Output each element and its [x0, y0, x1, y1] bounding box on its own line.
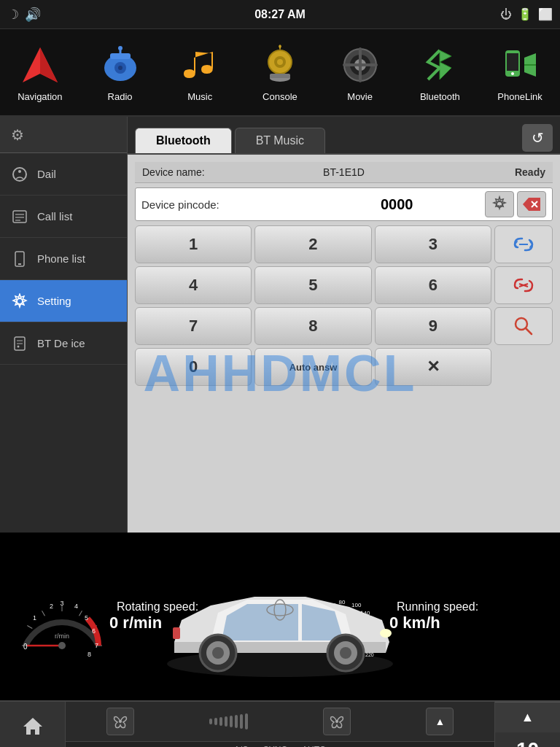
- nav-label-phonelink: PhoneLink: [497, 91, 542, 102]
- pincode-value: 0000: [312, 196, 483, 213]
- device-name-row: Device name: BT-1E1D Ready: [135, 162, 553, 183]
- auto-answer-button[interactable]: Auto answ: [254, 348, 371, 386]
- svg-point-24: [18, 170, 21, 173]
- sidebar-label-dial: Dail: [37, 168, 56, 180]
- svg-text:7: 7: [95, 642, 98, 649]
- cancel-button[interactable]: ✕: [375, 348, 491, 386]
- tabs-bar: Bluetooth BT Music ↺: [128, 117, 560, 155]
- bottom-right-temp: ▲ 10 ▼: [494, 702, 560, 747]
- num-btn-4[interactable]: 4: [135, 266, 252, 304]
- bt-panel: Device name: BT-1E1D Ready Device pincod…: [128, 155, 560, 533]
- pincode-row: Device pincode: 0000: [135, 187, 553, 221]
- num-btn-0[interactable]: 0: [135, 348, 252, 386]
- svg-text:3: 3: [60, 600, 63, 607]
- sidebar-item-setting[interactable]: Setting: [0, 280, 127, 322]
- disconnect-button[interactable]: [494, 266, 553, 304]
- status-bar: ☽ 🔊 08:27 AM ⏻ 🔋 ⬜: [0, 0, 560, 29]
- svg-point-92: [212, 647, 224, 659]
- svg-point-35: [18, 345, 20, 347]
- device-status: Ready: [411, 166, 545, 178]
- fan-left-icon: [106, 708, 134, 735]
- svg-text:r/min: r/min: [55, 632, 69, 640]
- sidebar-item-calllist[interactable]: Call list: [0, 196, 127, 238]
- svg-point-54: [58, 642, 66, 649]
- sidebar-label-setting: Setting: [37, 295, 71, 307]
- device-name-label: Device name:: [142, 166, 276, 178]
- dashboard: 0 1 2 3 4 5 6 7 8 r/min Rotating speed: …: [0, 533, 560, 700]
- climate-labels: A/C SYNC AUTO: [66, 742, 494, 747]
- home-button[interactable]: [0, 702, 65, 747]
- svg-line-43: [526, 328, 532, 334]
- nav-label-movie: Movie: [347, 91, 373, 102]
- svg-rect-97: [173, 627, 180, 639]
- svg-line-49: [79, 611, 82, 616]
- device-id: BT-1E1D: [276, 166, 411, 178]
- search-button[interactable]: [494, 307, 553, 345]
- num-btn-8[interactable]: 8: [254, 307, 371, 345]
- rpm-gauge-svg: 0 1 2 3 4 5 6 7 8 r/min: [15, 576, 109, 657]
- nav-item-console[interactable]: Console: [244, 43, 316, 102]
- sidebar-item-phonelist[interactable]: Phone list: [0, 238, 127, 280]
- nav-item-bluetooth[interactable]: Bluetooth: [403, 43, 476, 102]
- power-icon: ⏻: [500, 8, 512, 21]
- svg-rect-5: [110, 53, 131, 59]
- num-btn-6[interactable]: 6: [375, 266, 491, 304]
- svg-point-23: [13, 168, 26, 181]
- pincode-label: Device pincode:: [141, 198, 312, 211]
- status-icons-right: ⏻ 🔋 ⬜: [500, 7, 553, 21]
- fan-up-button[interactable]: ▲: [426, 708, 454, 735]
- nav-item-movie[interactable]: Movie: [324, 43, 397, 102]
- window-icon: ⬜: [538, 7, 553, 21]
- battery-icon: 🔋: [518, 7, 532, 21]
- fan-right-icon: [323, 708, 351, 735]
- connect-button[interactable]: [494, 225, 553, 263]
- nav-label-music: Music: [187, 91, 212, 102]
- sidebar-item-dial[interactable]: Dail: [0, 153, 127, 196]
- music-icon: [178, 43, 222, 87]
- num-btn-2[interactable]: 2: [254, 225, 371, 263]
- tab-btmusic[interactable]: BT Music: [235, 128, 325, 153]
- nav-item-radio[interactable]: Radio: [84, 43, 157, 102]
- sidebar-top: ⚙: [0, 117, 127, 153]
- car-image: [152, 569, 408, 693]
- sidebar-item-btdevice[interactable]: BT De ice: [0, 322, 127, 365]
- console-icon: [258, 43, 302, 87]
- main-content: ⚙ Dail Call list: [0, 117, 560, 533]
- pincode-settings-button[interactable]: [485, 191, 514, 217]
- svg-line-46: [27, 626, 32, 629]
- nav-item-phonelink[interactable]: PhoneLink: [483, 43, 556, 102]
- status-time: 08:27 AM: [254, 8, 306, 21]
- phonelink-icon: [498, 43, 542, 87]
- movie-icon: [338, 43, 382, 87]
- svg-point-100: [119, 720, 122, 723]
- bottom-center-climate: ▲ A/C SYNC AUTO: [66, 702, 494, 747]
- nav-item-music[interactable]: Music: [163, 43, 236, 102]
- svg-rect-20: [507, 53, 518, 71]
- sidebar: ⚙ Dail Call list: [0, 117, 128, 533]
- svg-point-4: [118, 66, 122, 70]
- equalizer-icon: ⚙: [11, 126, 24, 144]
- svg-rect-25: [13, 211, 26, 222]
- svg-point-31: [17, 298, 23, 304]
- num-btn-1[interactable]: 1: [135, 225, 252, 263]
- sidebar-label-calllist: Call list: [37, 210, 72, 222]
- nav-item-navigation[interactable]: Navigation: [4, 43, 77, 102]
- bottom-controls: ▲ A/C SYNC AUTO: [0, 700, 560, 747]
- numpad: 1 2 3 4 5 6: [135, 225, 553, 386]
- num-btn-7[interactable]: 7: [135, 307, 252, 345]
- num-btn-3[interactable]: 3: [375, 225, 491, 263]
- temp-up-button[interactable]: ▲: [495, 702, 560, 732]
- nav-label-bluetooth: Bluetooth: [420, 91, 460, 102]
- tab-bluetooth[interactable]: Bluetooth: [135, 128, 232, 153]
- svg-text:8: 8: [88, 651, 91, 657]
- pincode-delete-button[interactable]: [517, 191, 546, 217]
- nav-bar: Navigation Radio Music: [0, 29, 560, 117]
- num-btn-9[interactable]: 9: [375, 307, 491, 345]
- back-button[interactable]: ↺: [522, 124, 553, 152]
- num-btn-5[interactable]: 5: [254, 266, 371, 304]
- svg-text:2: 2: [50, 603, 53, 610]
- svg-point-7: [118, 46, 122, 50]
- svg-text:1: 1: [33, 614, 36, 622]
- navigation-icon: [18, 43, 62, 87]
- svg-line-47: [42, 611, 45, 616]
